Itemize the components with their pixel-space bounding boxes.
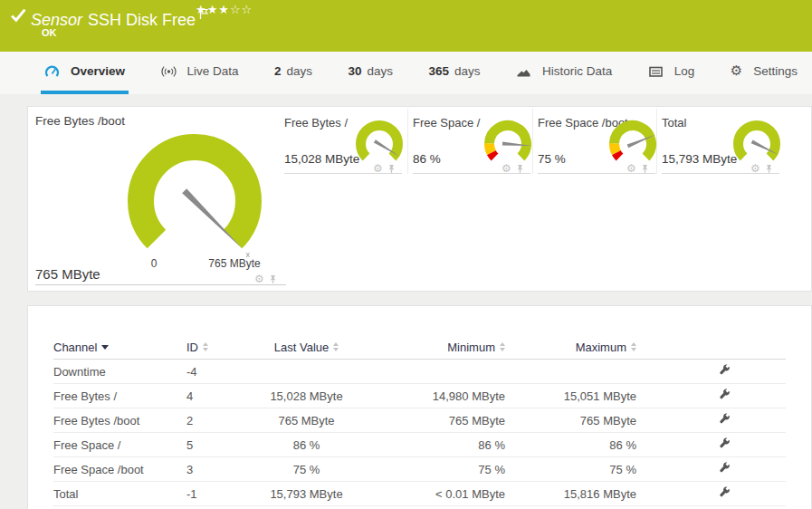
live-data-icon: [161, 64, 177, 79]
edit-channel-icon[interactable]: [718, 389, 731, 404]
maximum: 15,816 MByte: [505, 487, 636, 501]
tile-divider: [407, 109, 408, 174]
minimum: 765 MByte: [358, 414, 505, 427]
column-header-last-value[interactable]: Last Value: [274, 341, 339, 354]
edit-channel-icon[interactable]: [718, 462, 731, 477]
tab-2-days[interactable]: 2days: [271, 52, 316, 94]
tab-label: Settings: [753, 64, 798, 78]
sort-icon: [631, 342, 636, 351]
channel-id: 2: [186, 414, 254, 427]
tab-30-days[interactable]: 30days: [345, 52, 397, 94]
maximum: 86 %: [505, 438, 636, 452]
channel-name: Free Space /boot: [53, 463, 186, 476]
column-header-maximum[interactable]: Maximum: [576, 341, 636, 354]
gauge-value: 86 %: [413, 152, 441, 166]
tab-settings[interactable]: ⚙ Settings: [727, 52, 801, 94]
sensor-header: SensorSSH Disk Free ★★★☆☆ OK: [0, 0, 812, 52]
column-header-minimum[interactable]: Minimum: [447, 341, 505, 354]
primary-gauge: x: [117, 123, 272, 279]
gauge-value: 15,793 MByte: [662, 152, 737, 166]
channel-name: Free Space /: [53, 438, 186, 452]
gauge-value: 15,028 MByte: [284, 152, 359, 166]
tab-historic-data[interactable]: Historic Data: [512, 52, 616, 94]
sensor-title: SensorSSH Disk Free: [31, 5, 209, 30]
minimum: < 0.01 MByte: [358, 487, 505, 501]
channel-name: Total: [53, 487, 186, 501]
tile-gear-icon[interactable]: ⚙: [502, 163, 511, 174]
minimum: 75 %: [358, 463, 505, 476]
tile-divider: [532, 109, 533, 174]
channel-name: Free Bytes /: [53, 389, 186, 403]
tab-live-data[interactable]: Live Data: [158, 52, 243, 94]
tile-actions: ⚙: [750, 163, 774, 174]
minimum: 14,980 MByte: [358, 389, 505, 403]
tile-actions: ⚙: [626, 163, 650, 174]
tab-label: days: [287, 64, 313, 78]
channel-table-panel: Channel ID Last Value Minimum Maximum Do…: [27, 305, 812, 509]
gauge-title: Free Space /: [413, 116, 480, 130]
primary-gauge-max-label: 765 MByte: [198, 257, 271, 270]
column-header-id[interactable]: ID: [186, 341, 208, 354]
maximum: 765 MByte: [505, 414, 636, 427]
gauge-tile-free-space-boot: Free Space /boot 75 % ⚙: [538, 107, 655, 174]
tile-gear-icon[interactable]: ⚙: [750, 163, 760, 174]
prtg-sensor-page: SensorSSH Disk Free ★★★☆☆ OK Overview Li…: [0, 0, 812, 509]
channel-table: Channel ID Last Value Minimum Maximum Do…: [53, 335, 786, 506]
tab-bar: Overview Live Data 2days 30days 365days …: [0, 52, 812, 94]
tile-pin-icon[interactable]: [387, 163, 396, 174]
minimum: 86 %: [358, 438, 505, 452]
tile-pin-icon[interactable]: [764, 163, 774, 174]
gauge-icon: [44, 64, 60, 79]
gauge-tile-free-space-root: Free Space / 86 % ⚙: [413, 107, 530, 174]
tab-label: days: [368, 64, 394, 78]
table-row-free-bytes-root: Free Bytes / 4 15,028 MByte 14,980 MByte…: [53, 384, 786, 408]
priority-stars[interactable]: ★★★☆☆: [196, 3, 253, 16]
log-icon: [648, 64, 664, 79]
column-header-channel[interactable]: Channel: [53, 341, 109, 354]
table-row-total: Total -1 15,793 MByte < 0.01 MByte 15,81…: [53, 482, 786, 506]
sort-icon: [203, 342, 208, 351]
tab-label: days: [454, 64, 481, 78]
tile-actions: ⚙: [373, 163, 396, 174]
tab-overview[interactable]: Overview: [41, 52, 129, 94]
channel-id: 5: [186, 438, 254, 452]
channel-name: Free Bytes /boot: [53, 414, 186, 427]
channel-id: -4: [186, 365, 254, 379]
channel-id: -1: [186, 487, 254, 501]
sensor-title-prefix: Sensor: [31, 11, 82, 29]
tab-log[interactable]: Log: [645, 52, 699, 94]
tile-pin-icon[interactable]: [515, 163, 525, 174]
gauge-title: Free Bytes /: [284, 116, 348, 130]
gauge-tile-free-bytes-root: Free Bytes / 15,028 MByte ⚙: [284, 107, 402, 174]
gauge-tile-total: Total 15,793 MByte ⚙: [662, 107, 779, 174]
tile-pin-icon[interactable]: [268, 274, 278, 284]
tile-gear-icon[interactable]: ⚙: [626, 163, 636, 174]
primary-tile-divider: [35, 284, 286, 285]
tile-actions: ⚙: [502, 163, 525, 174]
tile-gear-icon[interactable]: ⚙: [373, 163, 383, 174]
tile-pin-icon[interactable]: [640, 163, 650, 174]
tile-gear-icon[interactable]: ⚙: [254, 274, 264, 284]
table-header-row: Channel ID Last Value Minimum Maximum: [53, 335, 786, 360]
edit-channel-icon[interactable]: [718, 437, 731, 453]
edit-channel-icon[interactable]: [718, 486, 731, 502]
edit-channel-icon[interactable]: [718, 413, 731, 428]
sort-icon: [333, 342, 339, 351]
tab-label: Log: [674, 64, 695, 78]
table-row-free-space-boot: Free Space /boot 3 75 % 75 % 75 %: [53, 457, 786, 482]
tab-label: Historic Data: [542, 64, 612, 78]
table-row-free-space-root: Free Space / 5 86 % 86 % 86 %: [53, 433, 786, 457]
primary-gauge-title: Free Bytes /boot: [35, 114, 125, 128]
primary-tile-actions: ⚙: [254, 274, 278, 284]
last-value: 75 %: [254, 463, 358, 476]
edit-channel-icon[interactable]: [718, 364, 731, 379]
area-chart-icon: [516, 64, 531, 79]
status-ok-check-icon: [11, 8, 26, 26]
sensor-status-badge: OK: [42, 27, 57, 38]
table-row-free-bytes-boot: Free Bytes /boot 2 765 MByte 765 MByte 7…: [53, 408, 786, 433]
gauge-title: Total: [662, 116, 686, 130]
tab-365-days[interactable]: 365days: [425, 52, 484, 94]
last-value: 86 %: [254, 438, 358, 452]
tab-label: Live Data: [187, 64, 239, 78]
gauges-panel: Free Bytes /boot x 0 765 MByte 765 MByte…: [27, 106, 812, 292]
